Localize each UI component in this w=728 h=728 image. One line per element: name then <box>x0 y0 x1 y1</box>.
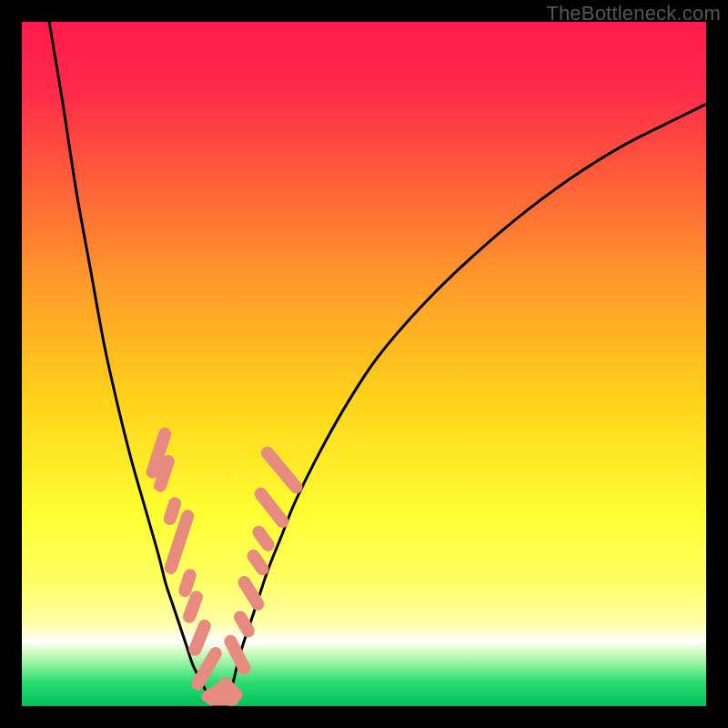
salmon-blob <box>236 573 267 612</box>
plot-area <box>22 22 706 706</box>
svg-rect-13 <box>236 573 267 612</box>
curve-right-ascending <box>228 104 706 706</box>
salmon-blob <box>222 632 253 677</box>
svg-rect-17 <box>258 444 305 496</box>
watermark-text: TheBottleneck.com <box>546 2 721 25</box>
svg-rect-15 <box>250 523 278 554</box>
curves-layer <box>22 22 706 706</box>
salmon-blob <box>252 485 291 531</box>
salmon-blob <box>258 444 305 496</box>
svg-rect-16 <box>252 485 291 531</box>
svg-rect-11 <box>222 632 253 677</box>
chart-frame: TheBottleneck.com <box>0 0 728 728</box>
salmon-blob <box>250 523 278 554</box>
